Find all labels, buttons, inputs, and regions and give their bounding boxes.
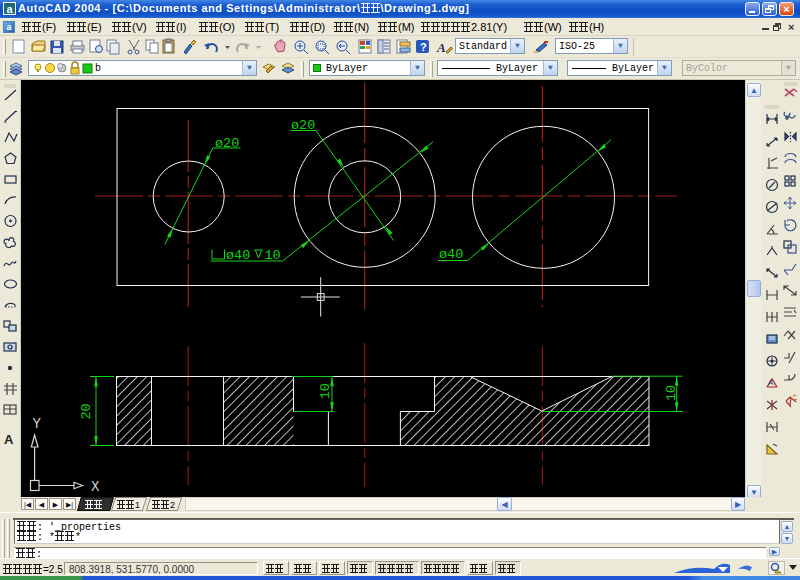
svg-text:10: 10 [265, 248, 281, 263]
svg-text:ø40: ø40 [226, 248, 250, 263]
svg-text:20: 20 [79, 403, 94, 419]
svg-text:10: 10 [318, 383, 333, 399]
svg-text:A: A [768, 378, 774, 387]
svg-text:A: A [436, 40, 446, 55]
svg-text:Y: Y [33, 416, 42, 432]
svg-text:ø20: ø20 [291, 118, 315, 133]
svg-text:ø40: ø40 [439, 247, 463, 262]
svg-text:X: X [91, 479, 100, 495]
svg-text:ø20: ø20 [215, 136, 239, 151]
svg-text:10: 10 [664, 385, 679, 401]
svg-text:A: A [4, 432, 14, 447]
svg-text:?: ? [420, 41, 427, 53]
